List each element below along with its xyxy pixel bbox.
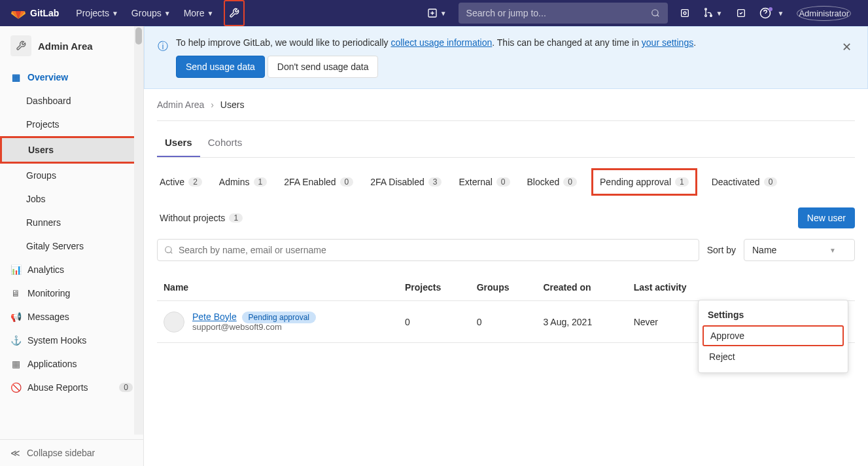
wrench-icon xyxy=(229,8,239,18)
filter-admins[interactable]: Admins1 xyxy=(217,173,269,191)
filter-pending-approval[interactable]: Pending approval1 xyxy=(591,168,697,196)
sidebar-runners[interactable]: Runners xyxy=(0,211,143,234)
sidebar-jobs[interactable]: Jobs xyxy=(0,187,143,211)
filter-external[interactable]: External0 xyxy=(456,173,512,191)
filter-blocked[interactable]: Blocked0 xyxy=(525,173,580,191)
sidebar-messages[interactable]: 📢Messages xyxy=(0,305,143,329)
user-name-link[interactable]: Pete Boyle xyxy=(192,312,237,322)
col-activity: Last activity xyxy=(627,274,723,301)
nav-projects[interactable]: Projects▼ xyxy=(69,0,124,26)
banner-text: To help improve GitLab, we would like to… xyxy=(176,37,831,48)
your-settings-link[interactable]: your settings xyxy=(642,37,693,48)
help-button[interactable]: ▼ xyxy=(753,0,791,26)
chevron-down-icon: ▼ xyxy=(207,10,214,17)
sidebar-header[interactable]: Admin Area xyxy=(0,26,143,65)
sidebar-users[interactable]: Users xyxy=(0,136,143,164)
approve-item[interactable]: Approve xyxy=(703,325,844,346)
col-groups: Groups xyxy=(470,274,537,301)
sidebar-overview[interactable]: ▦Overview xyxy=(0,65,143,89)
close-banner-button[interactable]: ✕ xyxy=(839,37,854,57)
sidebar-groups[interactable]: Groups xyxy=(0,164,143,187)
gitlab-icon xyxy=(10,5,26,21)
sidebar-gitaly[interactable]: Gitaly Servers xyxy=(0,234,143,258)
sidebar-applications[interactable]: ▦Applications xyxy=(0,352,143,353)
breadcrumb: Admin Area › Users xyxy=(157,99,855,121)
monitoring-icon: 🖥 xyxy=(10,288,21,298)
sidebar-system-hooks[interactable]: ⚓System Hooks xyxy=(0,329,143,352)
col-name: Name xyxy=(157,274,398,301)
todos-button[interactable] xyxy=(729,0,753,26)
issues-button[interactable] xyxy=(673,0,697,26)
chevron-down-icon: ▼ xyxy=(829,247,836,254)
chevron-down-icon: ▼ xyxy=(440,10,447,17)
col-projects: Projects xyxy=(398,274,470,301)
nav-groups[interactable]: Groups▼ xyxy=(125,0,177,26)
cell-groups: 0 xyxy=(470,301,537,343)
plus-icon xyxy=(427,8,438,18)
global-search[interactable] xyxy=(459,3,668,24)
logo-text: GitLab xyxy=(30,8,59,18)
sidebar-dashboard[interactable]: Dashboard xyxy=(0,89,143,113)
sidebar-projects[interactable]: Projects xyxy=(0,113,143,136)
filter-active[interactable]: Active2 xyxy=(157,173,205,191)
tab-users[interactable]: Users xyxy=(157,129,200,157)
gitlab-logo[interactable]: GitLab xyxy=(10,5,59,21)
chevron-right-icon: › xyxy=(211,99,214,110)
breadcrumb-admin[interactable]: Admin Area xyxy=(157,99,204,110)
filter-deactivated[interactable]: Deactivated0 xyxy=(709,173,780,191)
new-user-button[interactable]: New user xyxy=(798,207,855,228)
avatar xyxy=(164,312,184,332)
sort-label: Sort by xyxy=(707,245,736,255)
hooks-icon: ⚓ xyxy=(10,335,21,346)
sidebar-scrollbar[interactable] xyxy=(134,26,143,353)
analytics-icon: 📊 xyxy=(10,264,21,275)
filter-2fa-disabled[interactable]: 2FA Disabled3 xyxy=(368,173,444,191)
user-menu[interactable]: Administrator xyxy=(790,0,858,26)
svg-point-1 xyxy=(651,10,657,16)
info-icon: ⓘ xyxy=(158,40,168,54)
search-input[interactable] xyxy=(466,8,651,18)
svg-point-4 xyxy=(704,15,706,17)
sidebar-title: Admin Area xyxy=(38,41,93,52)
filter-without-projects[interactable]: Without projects1 xyxy=(157,209,245,227)
admin-wrench-button[interactable] xyxy=(224,0,245,26)
tab-cohorts[interactable]: Cohorts xyxy=(200,129,251,157)
filter-2fa-enabled[interactable]: 2FA Enabled0 xyxy=(281,173,356,191)
usage-info-link[interactable]: collect usage information xyxy=(391,37,492,48)
merge-icon xyxy=(703,8,714,18)
user-email: support@websoft9.com xyxy=(192,322,316,332)
messages-icon: 📢 xyxy=(10,312,21,322)
breadcrumb-current: Users xyxy=(220,99,245,110)
chevron-down-icon: ▼ xyxy=(112,10,118,17)
user-search-input[interactable] xyxy=(157,239,699,261)
svg-point-3 xyxy=(684,12,686,14)
chevron-down-icon: ▼ xyxy=(164,10,171,17)
sidebar-monitoring[interactable]: 🖥Monitoring xyxy=(0,281,143,305)
sidebar: Admin Area ▦Overview Dashboard Projects … xyxy=(0,26,144,353)
svg-rect-2 xyxy=(681,10,688,17)
col-created: Created on xyxy=(536,274,627,301)
send-usage-button[interactable]: Send usage data xyxy=(176,56,265,78)
sort-dropdown[interactable]: Name▼ xyxy=(744,239,855,261)
wrench-icon xyxy=(10,35,31,56)
cell-created: 3 Aug, 2021 xyxy=(536,301,627,343)
cell-projects: 0 xyxy=(398,301,470,343)
nav-more[interactable]: More▼ xyxy=(177,0,220,26)
overview-icon: ▦ xyxy=(10,72,21,82)
reject-item[interactable]: Reject xyxy=(703,348,844,353)
filter-tabs: Active2 Admins1 2FA Enabled0 2FA Disable… xyxy=(157,168,855,228)
dont-send-usage-button[interactable]: Don't send usage data xyxy=(268,56,379,78)
subtabs: Users Cohorts xyxy=(157,129,855,158)
top-header: GitLab Projects▼ Groups▼ More▼ ▼ ▼ ▼ Adm… xyxy=(0,0,868,26)
search-icon xyxy=(651,9,660,18)
merge-requests-button[interactable]: ▼ xyxy=(697,0,729,26)
plus-button[interactable]: ▼ xyxy=(421,0,453,26)
issues-icon xyxy=(680,8,690,18)
sidebar-analytics[interactable]: 📊Analytics xyxy=(0,258,143,281)
dropdown-header: Settings xyxy=(699,306,848,324)
settings-dropdown: Settings Approve Reject xyxy=(698,300,848,353)
todo-icon xyxy=(736,8,746,18)
usage-banner: ⓘ To help improve GitLab, we would like … xyxy=(144,26,868,89)
